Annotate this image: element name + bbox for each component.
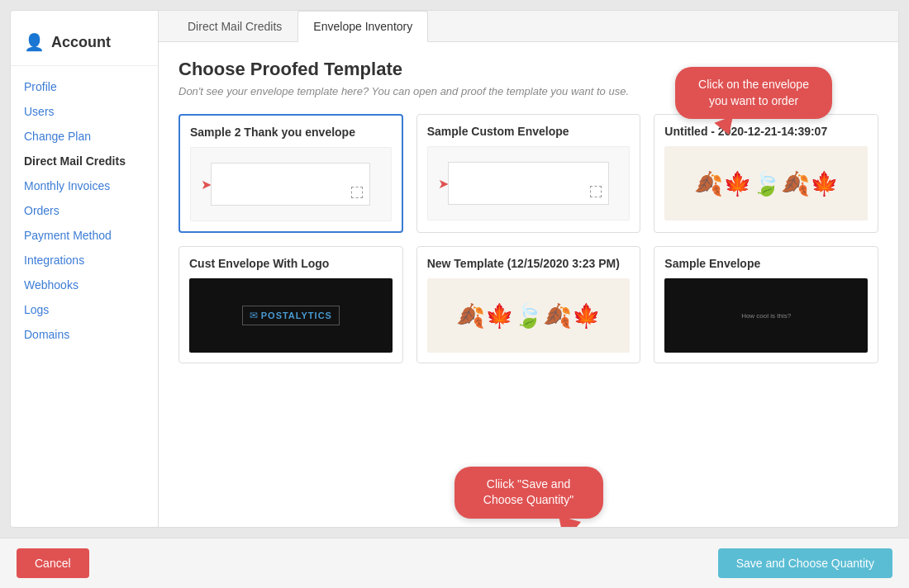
- main-content: Direct Mail Credits Envelope Inventory C…: [159, 10, 899, 528]
- sidebar-item-direct-mail-credits[interactable]: Direct Mail Credits: [11, 149, 158, 173]
- footer-bar: Cancel Save and Choose Quantity: [0, 538, 909, 588]
- envelope-arrow-icon: ➤: [438, 176, 449, 192]
- tooltip-top: Click on the envelope you want to order: [675, 67, 832, 119]
- stamp-box: [590, 186, 602, 197]
- sidebar-item-webhooks[interactable]: Webhooks: [11, 273, 158, 297]
- sidebar-item-domains[interactable]: Domains: [11, 322, 158, 347]
- sidebar: 👤 Account ProfileUsersChange PlanDirect …: [10, 10, 159, 528]
- template-image-cust-envelope-logo: ✉ POSTALYTICS: [189, 278, 393, 353]
- tabs-bar: Direct Mail Credits Envelope Inventory: [159, 11, 898, 42]
- template-card-new-template[interactable]: New Template (12/15/2020 3:23 PM)🍂🍁🍃🍂🍁: [416, 246, 641, 363]
- sidebar-item-monthly-invoices[interactable]: Monthly Invoices: [11, 173, 158, 198]
- template-image-new-template: 🍂🍁🍃🍂🍁: [427, 278, 631, 353]
- envelope-preview: ➤: [427, 146, 631, 220]
- envelope-arrow-icon: ➤: [201, 177, 212, 192]
- template-card-untitled-2020[interactable]: Untitled - 2020-12-21-14:39:07🍂🍁🍃🍂🍁: [654, 114, 878, 233]
- template-card-sample-custom-envelope[interactable]: Sample Custom Envelope ➤: [416, 114, 641, 233]
- leaf-preview: 🍂🍁🍃🍂🍁: [427, 278, 631, 353]
- save-button[interactable]: Save and Choose Quantity: [718, 548, 892, 578]
- sidebar-item-integrations[interactable]: Integrations: [11, 248, 158, 273]
- template-title-sample-2-thank-you: Sample 2 Thank you envelope: [190, 126, 392, 139]
- content-area: Click on the envelope you want to order …: [159, 42, 898, 527]
- template-title-sample-envelope: Sample Envelope: [664, 257, 868, 270]
- sidebar-item-users[interactable]: Users: [11, 99, 158, 124]
- account-header: 👤 Account: [11, 24, 158, 66]
- tab-direct-mail-credits[interactable]: Direct Mail Credits: [172, 11, 297, 42]
- account-title: Account: [51, 34, 111, 51]
- dark-preview-text: How cool is this?: [741, 312, 791, 320]
- template-card-sample-envelope[interactable]: Sample Envelope How cool is this?: [654, 246, 878, 363]
- template-image-sample-custom-envelope: ➤: [427, 146, 631, 220]
- template-title-new-template: New Template (12/15/2020 3:23 PM): [427, 257, 631, 270]
- envelope-inner: [448, 162, 609, 206]
- template-card-cust-envelope-logo[interactable]: Cust Envelope With Logo ✉ POSTALYTICS: [178, 246, 403, 363]
- postalytic-text: POSTALYTICS: [261, 311, 332, 320]
- template-image-sample-2-thank-you: ➤: [190, 147, 392, 221]
- template-card-sample-2-thank-you[interactable]: Sample 2 Thank you envelope ➤: [178, 114, 403, 233]
- sidebar-item-logs[interactable]: Logs: [11, 297, 158, 322]
- template-grid: Sample 2 Thank you envelope ➤ Sample Cus…: [178, 114, 878, 363]
- envelope-inner: [211, 163, 370, 206]
- envelope-lines: [525, 173, 531, 193]
- envelope-preview: ➤: [190, 147, 392, 221]
- tab-envelope-inventory[interactable]: Envelope Inventory: [297, 11, 428, 42]
- template-image-sample-envelope: How cool is this?: [664, 278, 868, 353]
- template-title-sample-custom-envelope: Sample Custom Envelope: [427, 125, 631, 138]
- template-title-untitled-2020: Untitled - 2020-12-21-14:39:07: [664, 125, 868, 138]
- sidebar-item-payment-method[interactable]: Payment Method: [11, 223, 158, 248]
- sidebar-nav: ProfileUsersChange PlanDirect Mail Credi…: [11, 74, 158, 347]
- template-title-cust-envelope-logo: Cust Envelope With Logo: [189, 257, 393, 270]
- account-icon: 👤: [24, 32, 45, 52]
- postalytic-icon: ✉: [250, 310, 258, 321]
- tooltip-bottom: Cliick "Save and Choose Quantity": [454, 467, 603, 519]
- dark-preview: How cool is this?: [664, 278, 868, 353]
- postalytic-preview: ✉ POSTALYTICS: [189, 278, 393, 353]
- sidebar-item-change-plan[interactable]: Change Plan: [11, 124, 158, 149]
- envelope-lines: [288, 173, 294, 194]
- template-image-untitled-2020: 🍂🍁🍃🍂🍁: [664, 146, 868, 220]
- cancel-button[interactable]: Cancel: [17, 548, 89, 578]
- leaf-preview: 🍂🍁🍃🍂🍁: [664, 146, 868, 220]
- postalytic-box: ✉ POSTALYTICS: [242, 306, 340, 325]
- sidebar-item-orders[interactable]: Orders: [11, 198, 158, 223]
- sidebar-item-profile[interactable]: Profile: [11, 74, 158, 99]
- stamp-box: [351, 187, 363, 198]
